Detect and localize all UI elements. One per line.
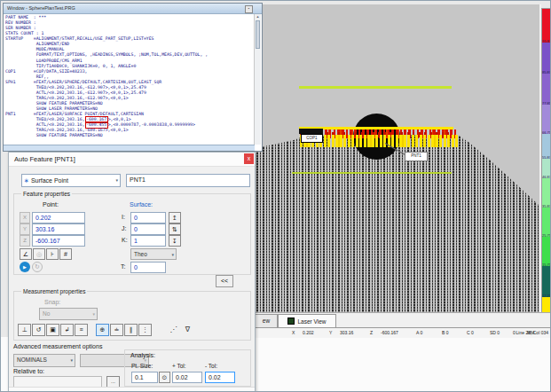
scale-segment: [542, 74, 551, 105]
plus-tol-field[interactable]: 0.02: [172, 372, 202, 383]
feature-type-value: Surface Point: [31, 177, 68, 184]
t-value-field[interactable]: 0: [130, 262, 166, 273]
grid-icon[interactable]: #: [59, 248, 72, 260]
k-vector-field[interactable]: 1: [130, 235, 166, 247]
cop1-feature-label[interactable]: COP1: [301, 134, 323, 143]
pattern-icon[interactable]: ⊦: [46, 248, 59, 260]
laser-view-icon: [287, 318, 295, 325]
feature-properties-group: Feature properties Point: Surface: X 0.2…: [13, 193, 251, 275]
code-text: THEO/<0.202,303.16,: [5, 117, 85, 122]
status-c-value: C 0: [467, 330, 474, 335]
surface-vector-icon[interactable]: ↥: [169, 212, 181, 223]
find-icon[interactable]: ◎: [33, 248, 45, 260]
y-coordinate-field[interactable]: 303.16: [32, 223, 85, 235]
auto-feature-dialog[interactable]: Auto Feature [PNT1] x ∗Surface Point ▾ P…: [8, 152, 256, 392]
editor-horizontal-scrollbar[interactable]: [4, 145, 255, 151]
k-label: K:: [122, 237, 128, 243]
status-cursor-position: Line 28, Col 034: [516, 330, 548, 335]
graphics-view[interactable]: COP1 PNT1: [254, 4, 541, 312]
play-icon: ▶: [23, 264, 27, 270]
point-size-zoom-button[interactable]: ⊙: [159, 372, 170, 383]
scale-tick-label: 25.75: [542, 234, 551, 238]
snap-dropdown: No ▾: [39, 308, 98, 320]
i-label: I:: [122, 214, 125, 220]
view-tab-bar: ew Laser View: [254, 312, 551, 327]
scale-tick-label: 12.25: [542, 294, 551, 298]
j-label: J:: [122, 225, 126, 231]
x-axis-button[interactable]: X: [20, 212, 30, 223]
feature-name-input[interactable]: PNT1: [126, 174, 250, 187]
status-z-value: -600.167: [381, 330, 398, 335]
y-axis-button[interactable]: Y: [20, 223, 30, 235]
code-line: SHOW FEATURE PARAMETERS=NO: [5, 133, 254, 138]
code-text: >,<0,0,1>: [108, 117, 131, 122]
feature-type-dropdown[interactable]: ∗Surface Point ▾: [21, 174, 121, 187]
chevron-down-icon: ▾: [115, 175, 118, 186]
region-icon[interactable]: ▣: [46, 324, 59, 336]
pt-size-label: Pt. Size:: [131, 363, 153, 369]
edit-window[interactable]: Window - SpherePlanTest.PRG ▪ PART NAME …: [3, 3, 263, 152]
minus-tol-field[interactable]: 0.02: [205, 372, 235, 383]
scale-tick-label: 77.85: [542, 102, 551, 106]
status-x-label: X: [292, 330, 295, 335]
edit-window-title: Window - SpherePlanTest.PRG: [7, 5, 75, 11]
tab-laser-view[interactable]: Laser View: [278, 314, 336, 328]
nominals-value: NOMINALS: [17, 357, 47, 363]
z-axis-button[interactable]: Z: [20, 235, 30, 247]
j-vector-field[interactable]: 0: [130, 223, 166, 235]
x-coordinate-field[interactable]: 0.202: [32, 212, 85, 223]
nominals-dropdown[interactable]: NOMINALS ▾: [13, 354, 75, 367]
feature-properties-label: Feature properties: [21, 191, 72, 198]
tab-laser-view-label: Laser View: [297, 316, 326, 327]
scale-tick-label: 15.75: [542, 263, 551, 267]
point-sequence-icon[interactable]: ⋰: [167, 324, 180, 336]
surface-label[interactable]: Surface:: [130, 201, 153, 208]
polar-cartesian-icon[interactable]: ∠: [20, 248, 32, 260]
measurement-properties-group: Measurement properties Snap: No ▾ ⊥ ↺ ▣ …: [13, 291, 251, 341]
status-z-label: Z: [370, 330, 373, 335]
relative-to-label: Relative to:: [13, 368, 44, 374]
offset-icon[interactable]: ∥: [124, 324, 138, 336]
flip-vector-icon[interactable]: ⇅: [169, 223, 181, 235]
editor-vertical-scrollbar[interactable]: ▲: [254, 14, 261, 145]
z-coordinate-field[interactable]: -600.167: [32, 235, 85, 247]
tab-view-partial[interactable]: ew: [255, 314, 278, 328]
align-vector-icon[interactable]: ↧: [169, 235, 181, 247]
columns-icon[interactable]: ⋮: [138, 324, 152, 336]
scale-segment: [542, 266, 551, 297]
edit-window-menu-button[interactable]: ▪: [245, 5, 253, 13]
close-icon[interactable]: x: [244, 153, 254, 164]
pnt1-feature-label[interactable]: PNT1: [405, 152, 428, 161]
scroll-up-icon[interactable]: ▲: [255, 14, 261, 20]
target-icon[interactable]: ⊕: [96, 324, 109, 336]
dialog-titlebar[interactable]: Auto Feature [PNT1] x: [9, 153, 255, 167]
edit-window-code[interactable]: PART NAME : *** REV NUMBER : SER NUMBER …: [5, 15, 254, 145]
snap-label: Snap:: [44, 299, 60, 305]
scale-tick-label: 35.87: [542, 205, 551, 208]
i-vector-field[interactable]: 0: [130, 212, 166, 223]
scale-tick-label: 66.75: [542, 131, 551, 135]
rescan-icon[interactable]: ↺: [32, 324, 45, 336]
stats-icon[interactable]: ≡: [75, 324, 88, 336]
theo-value: Theo: [134, 251, 147, 257]
level-icon[interactable]: ≐: [110, 324, 123, 336]
code-text: >,<0.0000787,-0.0003838,0.9999999>: [108, 122, 195, 127]
probe-drop-icon[interactable]: ⊥: [18, 324, 31, 336]
filter-icon[interactable]: ∇: [181, 324, 194, 336]
measure-now-button[interactable]: ▶: [20, 262, 30, 272]
status-x-value: 0.202: [303, 330, 314, 335]
theo-dropdown[interactable]: Theo ▾: [130, 248, 177, 260]
return-path-icon[interactable]: ↲: [60, 324, 74, 336]
scale-tick-label: 95.87: [542, 40, 551, 43]
redo-icon: ↻: [35, 263, 40, 270]
scale-tick-label: 46.87: [542, 176, 551, 179]
pt-size-field[interactable]: 0.1: [131, 372, 158, 383]
edit-window-titlebar[interactable]: Window - SpherePlanTest.PRG ▪: [4, 4, 262, 14]
scrollbar-thumb[interactable]: [256, 20, 260, 49]
status-sd-value: SD 0: [490, 330, 500, 335]
status-y-value: 303.16: [340, 330, 353, 335]
remeasure-button[interactable]: ↻: [32, 262, 43, 272]
collapse-dialog-button[interactable]: <<: [216, 275, 233, 287]
minus-tol-label: - Tol:: [205, 363, 217, 369]
deviation-points-yellow: [300, 135, 458, 147]
